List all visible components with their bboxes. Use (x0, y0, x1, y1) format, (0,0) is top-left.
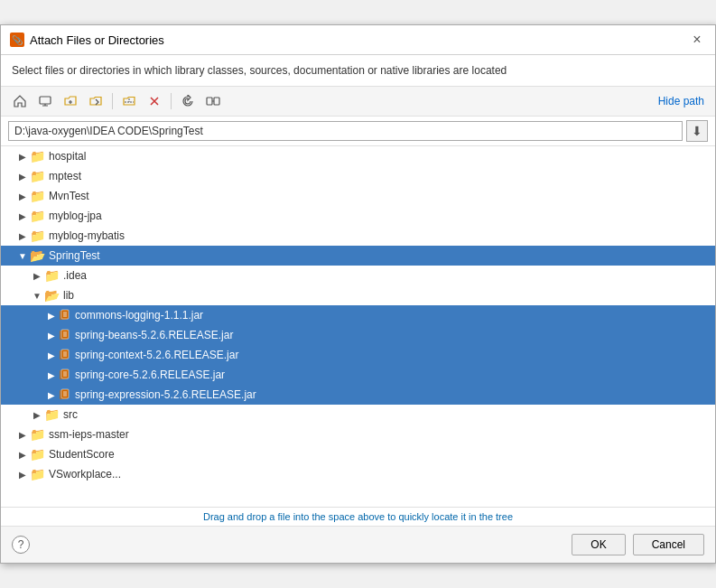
title-bar-left: 📎 Attach Files or Directories (10, 33, 164, 47)
expand-hospital-icon[interactable]: ▶ (15, 149, 30, 163)
expand-ssm-icon[interactable]: ▶ (15, 427, 30, 442)
jar-spring-context-icon (59, 349, 71, 361)
toolbar-separator-2 (171, 93, 172, 109)
folder-hospital-icon: 📁 (30, 149, 45, 163)
expand-mptest-icon[interactable]: ▶ (15, 169, 30, 183)
folder-mvntest-icon: 📁 (30, 189, 45, 203)
expand-spring-expression-icon[interactable]: ▶ (44, 387, 59, 402)
footer-buttons: OK Cancel (572, 534, 704, 555)
tree-item-studentscore[interactable]: ▶ 📁 StudentScore (1, 444, 715, 464)
jar-commons-logging-icon (59, 309, 71, 322)
jar-spring-beans-icon (59, 329, 71, 341)
path-bar: ⬇ (1, 117, 715, 146)
tree-item-src[interactable]: ▶ 📁 src (1, 405, 715, 425)
tree-item-mvntest[interactable]: ▶ 📁 MvnTest (1, 186, 715, 206)
tree-item-label: VSworkplace... (49, 468, 121, 481)
tree-item-label: myblog-mybatis (49, 229, 125, 242)
expand-button[interactable] (117, 90, 141, 112)
expand-spring-context-icon[interactable]: ▶ (44, 348, 59, 362)
cancel-button[interactable]: Cancel (633, 534, 704, 555)
folder-idea-icon: 📁 (44, 268, 60, 283)
expand-spring-beans-icon[interactable]: ▶ (44, 328, 59, 342)
expand-myblog-jpa-icon[interactable]: ▶ (15, 209, 30, 223)
svg-rect-1 (207, 98, 212, 105)
home-button[interactable] (8, 90, 32, 112)
tree-item-label: ssm-ieps-master (49, 428, 129, 441)
path-input[interactable] (8, 121, 683, 141)
path-download-button[interactable]: ⬇ (686, 120, 708, 142)
tree-item-label: myblog-jpa (49, 210, 102, 222)
tree-item-label: .idea (63, 269, 87, 282)
tree-item-spring-expression[interactable]: ▶ spring-expression-5.2.6.RELEASE.jar (1, 385, 715, 405)
expand-mvntest-icon[interactable]: ▶ (15, 189, 30, 203)
description-text: Select files or directories in which lib… (1, 55, 715, 87)
ok-button[interactable]: OK (572, 534, 625, 555)
jar-spring-expression-icon (59, 388, 71, 401)
folder-springtest-icon: 📂 (30, 248, 45, 263)
new-folder-up-button[interactable] (59, 90, 82, 112)
tree-item-lib[interactable]: ▼ 📂 lib (1, 285, 715, 305)
hide-path-button[interactable]: Hide path (655, 93, 708, 109)
svg-rect-0 (40, 97, 51, 104)
folder-button[interactable] (84, 90, 107, 112)
tree-item-myblog-mybatis[interactable]: ▶ 📁 myblog-mybatis (1, 226, 715, 246)
dialog-title: Attach Files or Directories (30, 33, 164, 47)
expand-spring-core-icon[interactable]: ▶ (44, 368, 59, 382)
tree-item-label: src (63, 408, 78, 421)
tree-item-vsworkplace[interactable]: ▶ 📁 VSworkplace... (1, 464, 715, 484)
folder-ssm-icon: 📁 (30, 427, 45, 442)
tree-item-mptest[interactable]: ▶ 📁 mptest (1, 166, 715, 186)
toolbar: Hide path (1, 87, 715, 117)
jar-spring-core-icon (59, 369, 71, 381)
folder-vsworkplace-icon: 📁 (30, 467, 45, 481)
tree-item-springtest[interactable]: ▼ 📂 SpringTest (1, 246, 715, 266)
refresh-button[interactable] (176, 90, 200, 112)
tree-item-ssm-ieps-master[interactable]: ▶ 📁 ssm-ieps-master (1, 425, 715, 444)
expand-springtest-icon[interactable]: ▼ (15, 248, 30, 263)
tree-item-label: spring-context-5.2.6.RELEASE.jar (75, 349, 238, 361)
remove-button[interactable] (143, 90, 166, 112)
expand-commons-logging-icon[interactable]: ▶ (44, 308, 59, 322)
svg-rect-2 (214, 98, 219, 105)
folder-myblog-mybatis-icon: 📁 (30, 229, 45, 243)
expand-src-icon[interactable]: ▶ (30, 407, 44, 422)
tree-item-label: hospital (49, 150, 86, 163)
tree-item-hospital[interactable]: ▶ 📁 hospital (1, 146, 715, 166)
expand-myblog-mybatis-icon[interactable]: ▶ (15, 229, 30, 243)
drag-hint-text: Drag and drop a file into the space abov… (1, 508, 715, 527)
expand-idea-icon[interactable]: ▶ (30, 268, 44, 283)
tree-item-myblog-jpa[interactable]: ▶ 📁 myblog-jpa (1, 206, 715, 226)
tree-item-spring-context[interactable]: ▶ spring-context-5.2.6.RELEASE.jar (1, 345, 715, 365)
tree-item-label: StudentScore (49, 448, 115, 461)
tree-item-label: spring-beans-5.2.6.RELEASE.jar (75, 329, 233, 341)
tree-item-label: MvnTest (49, 190, 89, 202)
help-button[interactable]: ? (12, 536, 30, 554)
footer: ? OK Cancel (1, 527, 715, 563)
expand-lib-icon[interactable]: ▼ (30, 288, 44, 303)
file-tree: ▶ 📁 hospital ▶ 📁 mptest ▶ 📁 MvnTest ▶ 📁 … (1, 146, 715, 508)
tree-item-idea[interactable]: ▶ 📁 .idea (1, 266, 715, 285)
tree-item-label: mptest (49, 170, 81, 182)
tree-item-label: spring-core-5.2.6.RELEASE.jar (75, 369, 225, 381)
folder-mptest-icon: 📁 (30, 169, 45, 183)
tree-item-spring-core[interactable]: ▶ spring-core-5.2.6.RELEASE.jar (1, 365, 715, 385)
expand-studentscore-icon[interactable]: ▶ (15, 447, 30, 462)
toolbar-separator-1 (112, 93, 113, 109)
folder-myblog-jpa-icon: 📁 (30, 209, 45, 223)
tree-item-label: lib (63, 289, 74, 302)
link-button[interactable] (201, 90, 225, 112)
tree-item-label: SpringTest (49, 249, 100, 262)
folder-lib-icon: 📂 (44, 288, 60, 303)
tree-item-commons-logging[interactable]: ▶ commons-logging-1.1.1.jar (1, 305, 715, 325)
expand-vsworkplace-icon[interactable]: ▶ (15, 467, 30, 481)
title-bar: 📎 Attach Files or Directories × (1, 25, 715, 55)
dialog: 📎 Attach Files or Directories × Select f… (0, 24, 716, 564)
close-button[interactable]: × (688, 31, 706, 49)
tree-item-label: spring-expression-5.2.6.RELEASE.jar (75, 388, 256, 401)
computer-button[interactable] (33, 90, 57, 112)
folder-studentscore-icon: 📁 (30, 447, 45, 462)
dialog-icon: 📎 (10, 33, 24, 47)
tree-item-label: commons-logging-1.1.1.jar (75, 309, 203, 322)
tree-item-spring-beans[interactable]: ▶ spring-beans-5.2.6.RELEASE.jar (1, 325, 715, 345)
folder-src-icon: 📁 (44, 407, 60, 422)
